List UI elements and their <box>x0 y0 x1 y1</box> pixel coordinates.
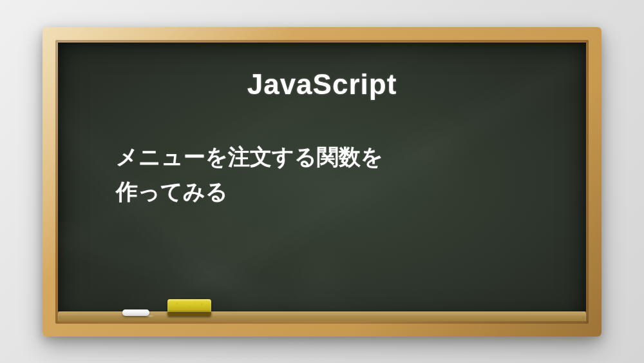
chalkboard-content: JavaScript メニューを注文する関数を 作ってみる <box>58 43 586 235</box>
chalkboard-frame: JavaScript メニューを注文する関数を 作ってみる <box>43 27 601 337</box>
board-subtitle: メニューを注文する関数を 作ってみる <box>116 139 541 210</box>
chalkboard-surface: JavaScript メニューを注文する関数を 作ってみる <box>58 43 586 321</box>
subtitle-line-2: 作ってみる <box>116 179 228 204</box>
eraser-sponge <box>167 299 211 312</box>
chalk-icon <box>122 309 149 316</box>
board-title: JavaScript <box>103 68 541 101</box>
eraser-icon <box>167 299 211 316</box>
frame-inner: JavaScript メニューを注文する関数を 作ってみる <box>55 40 589 324</box>
subtitle-line-1: メニューを注文する関数を <box>116 144 383 169</box>
eraser-base <box>167 312 211 316</box>
